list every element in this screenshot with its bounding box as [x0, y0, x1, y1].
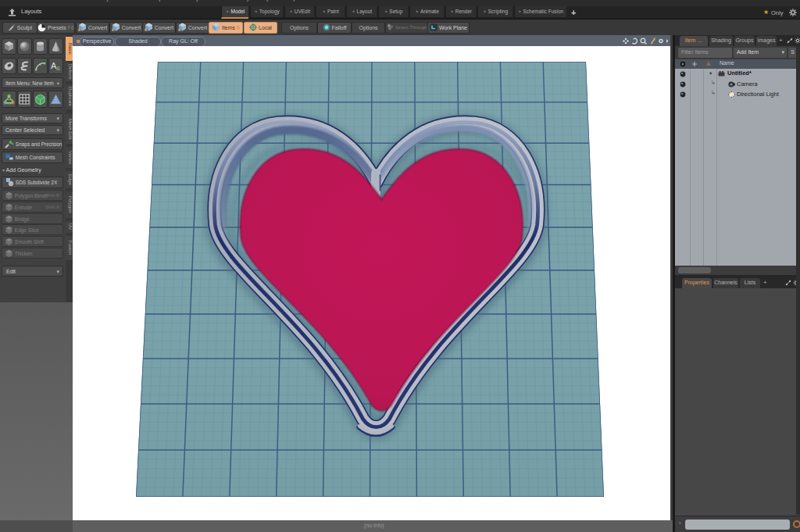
svg-text:&: & [56, 65, 61, 72]
